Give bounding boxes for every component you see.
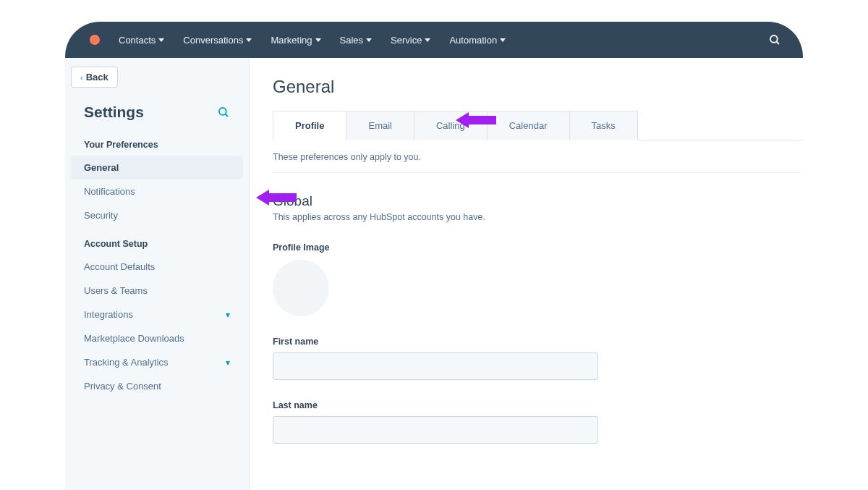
workspace: ‹ Back Settings Your Preferences General… <box>65 58 803 490</box>
sidebar-item-users-teams[interactable]: Users & Teams <box>65 279 249 303</box>
sidebar-section-account-setup: Account Setup <box>65 227 249 255</box>
back-button[interactable]: ‹ Back <box>71 67 118 88</box>
chevron-down-icon <box>158 38 164 42</box>
sidebar-item-general[interactable]: General <box>71 156 243 179</box>
sidebar-item-integrations[interactable]: Integrations▾ <box>65 303 249 326</box>
app-shell: Contacts Conversations Marketing Sales S… <box>65 22 803 490</box>
tab-email[interactable]: Email <box>346 111 414 140</box>
annotation-arrow-icon <box>456 112 496 128</box>
nav-contacts[interactable]: Contacts <box>119 35 164 46</box>
chevron-down-icon: ▾ <box>226 358 230 368</box>
main-content: General Profile Email Calling Calendar T… <box>250 58 803 490</box>
sidebar-item-notifications[interactable]: Notifications <box>65 179 249 203</box>
sidebar-item-account-defaults[interactable]: Account Defaults <box>65 255 249 279</box>
svg-line-3 <box>225 114 228 117</box>
chevron-down-icon: ▾ <box>226 310 230 320</box>
sidebar-item-tracking-analytics[interactable]: Tracking & Analytics▾ <box>65 350 249 374</box>
nav-marketing[interactable]: Marketing <box>271 35 320 46</box>
page-title: General <box>273 77 803 97</box>
sidebar-item-security[interactable]: Security <box>65 203 249 227</box>
svg-point-2 <box>219 108 226 115</box>
sidebar-title: Settings <box>84 104 144 121</box>
tab-tasks[interactable]: Tasks <box>570 111 638 140</box>
svg-marker-4 <box>256 190 297 206</box>
nav-automation[interactable]: Automation <box>449 35 506 46</box>
settings-sidebar: ‹ Back Settings Your Preferences General… <box>65 58 250 490</box>
annotation-arrow-icon <box>256 190 297 206</box>
first-name-label: First name <box>273 337 803 347</box>
logo-icon <box>90 35 100 45</box>
tab-calendar[interactable]: Calendar <box>488 111 570 140</box>
avatar[interactable] <box>273 260 329 316</box>
chevron-down-icon <box>500 38 506 42</box>
profile-image-label: Profile Image <box>273 242 803 253</box>
svg-point-0 <box>770 35 778 43</box>
search-icon[interactable] <box>768 33 781 46</box>
chevron-down-icon <box>366 38 372 42</box>
nav-service[interactable]: Service <box>391 35 430 46</box>
svg-marker-5 <box>456 112 496 128</box>
last-name-label: Last name <box>273 400 803 410</box>
sidebar-section-your-preferences: Your Preferences <box>65 128 249 156</box>
preferences-note: These preferences only apply to you. <box>273 140 801 173</box>
global-section-title: Global <box>273 193 803 209</box>
first-name-field[interactable] <box>273 352 598 380</box>
chevron-left-icon: ‹ <box>80 73 83 82</box>
sidebar-item-marketplace-downloads[interactable]: Marketplace Downloads <box>65 326 249 350</box>
last-name-field[interactable] <box>273 416 598 444</box>
nav-conversations[interactable]: Conversations <box>183 35 252 46</box>
tab-profile[interactable]: Profile <box>273 111 346 140</box>
sidebar-item-privacy-consent[interactable]: Privacy & Consent <box>65 374 249 398</box>
svg-line-1 <box>776 41 779 44</box>
global-section-subtitle: This applies across any HubSpot accounts… <box>273 212 803 222</box>
nav-sales[interactable]: Sales <box>340 35 373 46</box>
chevron-down-icon <box>315 38 321 42</box>
search-icon[interactable] <box>217 106 230 119</box>
chevron-down-icon <box>425 38 430 42</box>
top-nav: Contacts Conversations Marketing Sales S… <box>65 22 803 58</box>
chevron-down-icon <box>246 38 252 42</box>
tab-bar: Profile Email Calling Calendar Tasks <box>273 110 803 140</box>
